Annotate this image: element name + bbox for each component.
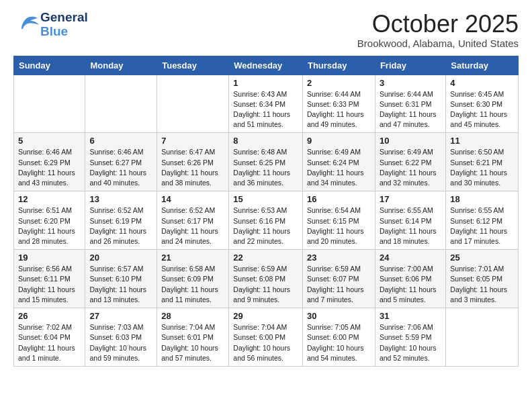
day-info: Sunrise: 6:44 AMSunset: 6:33 PMDaylight:… [307, 89, 371, 130]
day-info: Sunrise: 7:00 AMSunset: 6:06 PMDaylight:… [380, 264, 441, 305]
day-info: Sunrise: 6:44 AMSunset: 6:31 PMDaylight:… [380, 89, 441, 130]
logo-blue: Blue [40, 25, 68, 39]
day-info: Sunrise: 6:52 AMSunset: 6:19 PMDaylight:… [89, 205, 152, 246]
col-friday: Friday [375, 56, 445, 75]
calendar-cell [14, 75, 85, 133]
calendar-cell: 8Sunrise: 6:48 AMSunset: 6:25 PMDaylight… [229, 133, 303, 191]
logo: General Blue [13, 11, 88, 39]
title-block: October 2025 Brookwood, Alabama, United … [357, 11, 519, 49]
day-info: Sunrise: 6:54 AMSunset: 6:15 PMDaylight:… [307, 205, 371, 246]
day-info: Sunrise: 6:46 AMSunset: 6:29 PMDaylight:… [18, 147, 81, 188]
col-sunday: Sunday [14, 56, 85, 75]
day-info: Sunrise: 6:58 AMSunset: 6:09 PMDaylight:… [161, 264, 224, 305]
calendar-week-3: 12Sunrise: 6:51 AMSunset: 6:20 PMDayligh… [14, 191, 519, 250]
calendar-cell: 20Sunrise: 6:57 AMSunset: 6:10 PMDayligh… [85, 250, 157, 308]
col-saturday: Saturday [446, 56, 519, 75]
day-number: 21 [161, 253, 224, 263]
calendar-cell: 11Sunrise: 6:50 AMSunset: 6:21 PMDayligh… [446, 133, 519, 191]
calendar-cell: 30Sunrise: 7:05 AMSunset: 6:00 PMDayligh… [302, 308, 375, 367]
calendar-cell: 28Sunrise: 7:04 AMSunset: 6:01 PMDayligh… [157, 308, 229, 367]
calendar-week-4: 19Sunrise: 6:56 AMSunset: 6:11 PMDayligh… [14, 250, 519, 308]
day-info: Sunrise: 7:02 AMSunset: 6:04 PMDaylight:… [18, 322, 81, 363]
day-info: Sunrise: 7:05 AMSunset: 6:00 PMDaylight:… [307, 322, 371, 363]
day-number: 30 [307, 311, 371, 321]
day-info: Sunrise: 6:46 AMSunset: 6:27 PMDaylight:… [89, 147, 152, 188]
calendar-cell: 25Sunrise: 7:01 AMSunset: 6:05 PMDayligh… [446, 250, 519, 308]
day-info: Sunrise: 7:04 AMSunset: 6:00 PMDaylight:… [233, 322, 298, 363]
day-info: Sunrise: 6:45 AMSunset: 6:30 PMDaylight:… [450, 89, 514, 130]
day-number: 12 [18, 194, 81, 204]
day-number: 8 [233, 136, 298, 146]
day-info: Sunrise: 7:04 AMSunset: 6:01 PMDaylight:… [161, 322, 224, 363]
calendar: Sunday Monday Tuesday Wednesday Thursday… [13, 56, 519, 367]
col-monday: Monday [85, 56, 157, 75]
calendar-cell: 18Sunrise: 6:55 AMSunset: 6:12 PMDayligh… [446, 191, 519, 250]
page: General Blue October 2025 Brookwood, Ala… [0, 0, 532, 411]
day-number: 28 [161, 311, 224, 321]
day-number: 1 [233, 78, 298, 88]
day-info: Sunrise: 6:55 AMSunset: 6:14 PMDaylight:… [380, 205, 441, 246]
calendar-cell: 26Sunrise: 7:02 AMSunset: 6:04 PMDayligh… [14, 308, 85, 367]
calendar-cell: 24Sunrise: 7:00 AMSunset: 6:06 PMDayligh… [375, 250, 445, 308]
day-info: Sunrise: 6:51 AMSunset: 6:20 PMDaylight:… [18, 205, 81, 246]
day-info: Sunrise: 6:50 AMSunset: 6:21 PMDaylight:… [450, 147, 514, 188]
day-number: 25 [450, 253, 514, 263]
day-number: 11 [450, 136, 514, 146]
day-number: 19 [18, 253, 81, 263]
day-number: 17 [380, 194, 441, 204]
day-number: 14 [161, 194, 224, 204]
day-number: 23 [307, 253, 371, 263]
day-number: 18 [450, 194, 514, 204]
calendar-cell: 2Sunrise: 6:44 AMSunset: 6:33 PMDaylight… [302, 75, 375, 133]
logo-general: General [40, 11, 88, 25]
calendar-cell: 12Sunrise: 6:51 AMSunset: 6:20 PMDayligh… [14, 191, 85, 250]
calendar-cell: 5Sunrise: 6:46 AMSunset: 6:29 PMDaylight… [14, 133, 85, 191]
calendar-cell: 31Sunrise: 7:06 AMSunset: 5:59 PMDayligh… [375, 308, 445, 367]
calendar-cell [446, 308, 519, 367]
day-number: 16 [307, 194, 371, 204]
calendar-cell: 6Sunrise: 6:46 AMSunset: 6:27 PMDaylight… [85, 133, 157, 191]
day-info: Sunrise: 6:49 AMSunset: 6:22 PMDaylight:… [380, 147, 441, 188]
month-title: October 2025 [357, 11, 519, 38]
calendar-week-5: 26Sunrise: 7:02 AMSunset: 6:04 PMDayligh… [14, 308, 519, 367]
day-info: Sunrise: 7:06 AMSunset: 5:59 PMDaylight:… [380, 322, 441, 363]
calendar-cell: 17Sunrise: 6:55 AMSunset: 6:14 PMDayligh… [375, 191, 445, 250]
calendar-week-2: 5Sunrise: 6:46 AMSunset: 6:29 PMDaylight… [14, 133, 519, 191]
day-number: 10 [380, 136, 441, 146]
day-number: 7 [161, 136, 224, 146]
calendar-cell: 1Sunrise: 6:43 AMSunset: 6:34 PMDaylight… [229, 75, 303, 133]
day-number: 3 [380, 78, 441, 88]
calendar-cell [85, 75, 157, 133]
day-info: Sunrise: 6:49 AMSunset: 6:24 PMDaylight:… [307, 147, 371, 188]
calendar-cell: 7Sunrise: 6:47 AMSunset: 6:26 PMDaylight… [157, 133, 229, 191]
logo-text-block: General Blue [40, 11, 88, 39]
day-number: 5 [18, 136, 81, 146]
calendar-cell: 27Sunrise: 7:03 AMSunset: 6:03 PMDayligh… [85, 308, 157, 367]
day-number: 29 [233, 311, 298, 321]
day-info: Sunrise: 6:57 AMSunset: 6:10 PMDaylight:… [89, 264, 152, 305]
day-info: Sunrise: 7:03 AMSunset: 6:03 PMDaylight:… [89, 322, 152, 363]
day-number: 20 [89, 253, 152, 263]
calendar-cell: 13Sunrise: 6:52 AMSunset: 6:19 PMDayligh… [85, 191, 157, 250]
col-thursday: Thursday [302, 56, 375, 75]
day-number: 6 [89, 136, 152, 146]
calendar-cell: 9Sunrise: 6:49 AMSunset: 6:24 PMDaylight… [302, 133, 375, 191]
day-number: 2 [307, 78, 371, 88]
day-number: 22 [233, 253, 298, 263]
calendar-cell: 4Sunrise: 6:45 AMSunset: 6:30 PMDaylight… [446, 75, 519, 133]
calendar-cell: 29Sunrise: 7:04 AMSunset: 6:00 PMDayligh… [229, 308, 303, 367]
day-info: Sunrise: 6:53 AMSunset: 6:16 PMDaylight:… [233, 205, 298, 246]
day-info: Sunrise: 6:48 AMSunset: 6:25 PMDaylight:… [233, 147, 298, 188]
day-info: Sunrise: 7:01 AMSunset: 6:05 PMDaylight:… [450, 264, 514, 305]
calendar-header-row: Sunday Monday Tuesday Wednesday Thursday… [14, 56, 519, 75]
col-wednesday: Wednesday [229, 56, 303, 75]
calendar-cell [157, 75, 229, 133]
col-tuesday: Tuesday [157, 56, 229, 75]
day-info: Sunrise: 6:52 AMSunset: 6:17 PMDaylight:… [161, 205, 224, 246]
day-number: 24 [380, 253, 441, 263]
calendar-cell: 21Sunrise: 6:58 AMSunset: 6:09 PMDayligh… [157, 250, 229, 308]
calendar-cell: 16Sunrise: 6:54 AMSunset: 6:15 PMDayligh… [302, 191, 375, 250]
day-number: 15 [233, 194, 298, 204]
calendar-cell: 3Sunrise: 6:44 AMSunset: 6:31 PMDaylight… [375, 75, 445, 133]
day-number: 27 [89, 311, 152, 321]
